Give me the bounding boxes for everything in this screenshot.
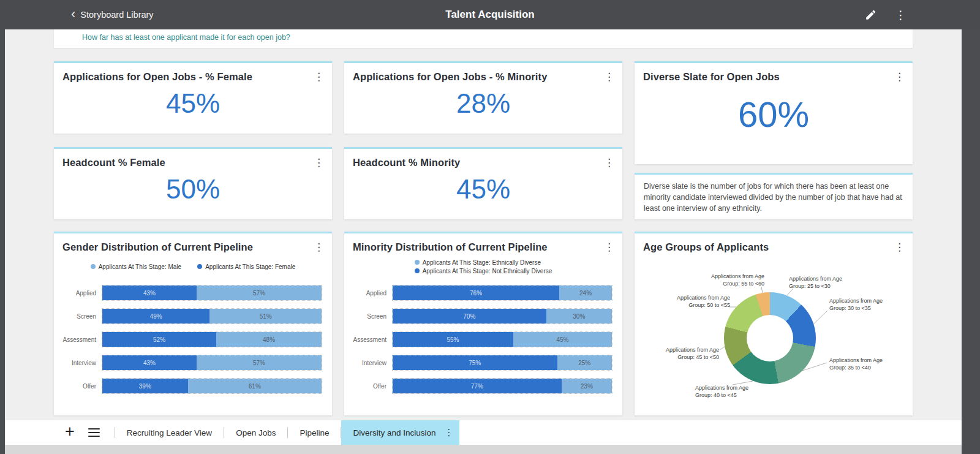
card-diverse-slate-note: Diverse slate is the number of jobs for …	[635, 173, 913, 219]
bar-track: 76%24%	[392, 285, 612, 301]
kebab-menu-icon[interactable]: ⋮	[604, 72, 614, 82]
top-app-bar: ‹ Storyboard Library Talent Acquisition …	[0, 0, 980, 29]
card-applications-female: Applications for Open Jobs - % Female ⋮ …	[54, 61, 332, 134]
bar-segment[interactable]: 52%	[102, 332, 216, 347]
bar-segment[interactable]: 43%	[102, 286, 197, 300]
bar-segment[interactable]: 24%	[559, 286, 612, 300]
kebab-menu-icon[interactable]: ⋮	[894, 72, 904, 82]
bar-segment[interactable]: 57%	[197, 355, 322, 370]
bar-segment[interactable]: 75%	[393, 355, 557, 370]
card-grid: Applications for Open Jobs - % Female ⋮ …	[54, 61, 913, 415]
card-title: Age Groups of Applicants	[643, 241, 769, 253]
card-headcount-minority: Headcount % Minority ⋮ 45%	[344, 147, 622, 219]
kebab-menu-icon[interactable]: ⋮	[604, 157, 614, 168]
back-label: Storyboard Library	[80, 10, 153, 20]
kebab-menu-icon[interactable]: ⋮	[894, 242, 904, 252]
legend-label: Applicants At This Stage: Ethnically Div…	[423, 259, 541, 266]
donut-slice-label: Applications from Age Group: 50 to <55	[662, 294, 730, 309]
bar-row: Assessment52%48%	[60, 331, 322, 347]
tab-pipeline[interactable]: Pipeline	[288, 420, 341, 445]
bottom-gutter	[5, 445, 962, 454]
bar-track: 70%30%	[392, 308, 612, 324]
kebab-menu-icon[interactable]: ⋮	[314, 242, 323, 252]
kebab-menu-icon[interactable]: ⋮	[895, 8, 907, 22]
bar-segment[interactable]: 39%	[102, 379, 188, 393]
bar-segment[interactable]: 25%	[557, 355, 612, 370]
card-title: Gender Distribution of Current Pipeline	[62, 241, 253, 253]
page-title: Talent Acquisition	[445, 0, 534, 29]
back-button[interactable]: ‹ Storyboard Library	[71, 0, 154, 29]
kpi-value: 50%	[54, 174, 332, 205]
bar-row: Applied76%24%	[350, 285, 612, 301]
bar-track: 77%23%	[392, 378, 612, 394]
tab-label: Diversity and Inclusion	[353, 428, 435, 437]
tab-label: Open Jobs	[236, 428, 276, 437]
bar-category-label: Offer	[350, 383, 392, 390]
card-headcount-female: Headcount % Female ⋮ 50%	[54, 147, 332, 219]
donut-slice-label: Applications from Age Group: 25 to <30	[789, 275, 858, 290]
card-diverse-slate: Diverse Slate for Open Jobs ⋮ 60%	[635, 61, 913, 164]
tab-recruiting-leader-view[interactable]: Recruiting Leader View	[115, 420, 224, 445]
bar-track: 43%57%	[102, 355, 322, 371]
bar-segment[interactable]: 76%	[393, 286, 559, 300]
legend-dot-icon	[197, 264, 202, 269]
diverse-slate-note-text: Diverse slate is the number of jobs for …	[644, 182, 902, 213]
storyboard-tab-bar: + Recruiting Leader View Open Jobs Pipel…	[5, 420, 962, 445]
edit-pencil-icon[interactable]	[865, 9, 876, 21]
column-3: Diverse Slate for Open Jobs ⋮ 60% Divers…	[635, 61, 913, 415]
kebab-menu-icon[interactable]: ⋮	[445, 427, 453, 438]
kpi-value: 45%	[54, 88, 332, 119]
bar-row: Screen70%30%	[350, 308, 612, 324]
storyboard-viewport: How far has at least one applicant made …	[5, 29, 962, 454]
header-actions: ⋮	[865, 0, 907, 29]
bar-segment[interactable]: 45%	[513, 332, 612, 347]
bar-row: Assessment55%45%	[350, 331, 612, 347]
bar-segment[interactable]: 48%	[216, 332, 322, 347]
legend-item: Applicants At This Stage: Not Ethnically…	[415, 268, 552, 274]
bar-track: 43%57%	[102, 285, 322, 301]
bar-segment[interactable]: 57%	[197, 286, 322, 300]
card-title: Applications for Open Jobs - % Female	[62, 71, 252, 83]
bar-category-label: Interview	[350, 360, 392, 366]
bar-row: Interview43%57%	[60, 355, 322, 371]
bar-segment[interactable]: 49%	[102, 309, 209, 323]
bar-segment[interactable]: 30%	[546, 309, 612, 323]
stacked-bar-plot: Applied43%57%Screen49%51%Assessment52%48…	[54, 285, 332, 394]
card-minority-pipeline: Minority Distribution of Current Pipelin…	[344, 232, 622, 415]
bar-category-label: Applied	[60, 290, 102, 297]
tab-diversity-and-inclusion[interactable]: Diversity and Inclusion ⋮	[341, 420, 459, 445]
kebab-menu-icon[interactable]: ⋮	[604, 242, 614, 252]
question-link[interactable]: How far has at least one applicant made …	[82, 33, 290, 42]
card-title: Diverse Slate for Open Jobs	[643, 71, 780, 83]
bar-row: Interview75%25%	[350, 355, 612, 371]
card-gender-pipeline: Gender Distribution of Current Pipeline …	[54, 232, 332, 415]
bar-segment[interactable]: 70%	[393, 309, 546, 323]
bar-segment[interactable]: 43%	[102, 355, 197, 370]
bar-segment[interactable]: 55%	[393, 332, 513, 347]
tab-open-jobs[interactable]: Open Jobs	[224, 420, 287, 445]
age-donut-chart[interactable]	[724, 292, 816, 384]
hamburger-menu-icon[interactable]	[88, 428, 100, 437]
bar-category-label: Applied	[350, 290, 392, 297]
donut-slice-label: Applications from Age Group: 45 to <50	[650, 346, 719, 361]
bar-segment[interactable]: 61%	[188, 379, 322, 393]
donut-slice-label: Applications from Age Group: 55 to <60	[696, 273, 764, 287]
bar-category-label: Assessment	[60, 336, 102, 343]
add-tab-button[interactable]: +	[65, 423, 75, 440]
donut-slice-label: Applications from Age Group: 30 to <35	[829, 297, 898, 312]
column-1: Applications for Open Jobs - % Female ⋮ …	[54, 61, 332, 415]
kebab-menu-icon[interactable]: ⋮	[314, 157, 323, 168]
kpi-value: 45%	[344, 174, 622, 205]
dashboard-scroll-area: How far has at least one applicant made …	[5, 29, 962, 420]
bar-segment[interactable]: 23%	[562, 379, 612, 393]
bar-category-label: Offer	[60, 383, 102, 390]
legend-dot-icon	[415, 260, 420, 265]
legend-label: Applicants At This Stage: Female	[205, 263, 295, 270]
bar-track: 39%61%	[102, 378, 322, 394]
bar-row: Offer77%23%	[350, 378, 612, 394]
bar-segment[interactable]: 51%	[209, 309, 322, 323]
chevron-left-icon: ‹	[71, 7, 75, 21]
kebab-menu-icon[interactable]: ⋮	[314, 72, 323, 82]
card-title: Headcount % Minority	[353, 157, 460, 168]
bar-segment[interactable]: 77%	[393, 379, 562, 393]
